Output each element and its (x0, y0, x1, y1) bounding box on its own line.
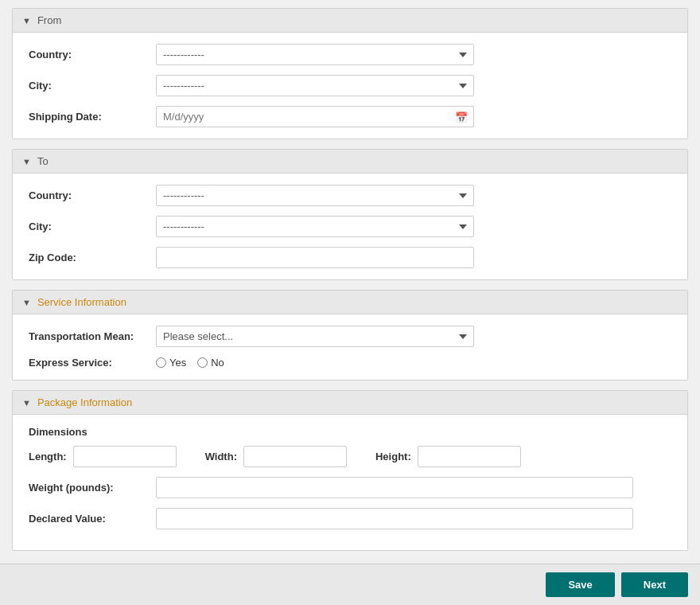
to-city-control: ------------ (156, 216, 474, 237)
service-chevron-icon: ▼ (22, 298, 31, 307)
transport-row: Transportation Mean: Please select... (29, 326, 671, 347)
from-shipping-date-label: Shipping Date: (29, 111, 156, 123)
from-chevron-icon: ▼ (22, 16, 31, 25)
package-section-title: Package Information (37, 396, 132, 408)
from-section-body: Country: ------------ City: ------------… (13, 33, 687, 139)
height-label: Height: (375, 451, 411, 463)
express-no-label: No (211, 357, 224, 369)
express-label: Express Service: (29, 357, 156, 369)
weight-input[interactable] (156, 477, 633, 498)
package-chevron-icon: ▼ (22, 398, 31, 408)
to-city-select[interactable]: ------------ (156, 216, 474, 237)
to-section-body: Country: ------------ City: ------------… (13, 174, 687, 279)
transport-control: Please select... (156, 326, 474, 347)
service-section-header[interactable]: ▼ Service Information (13, 291, 687, 314)
to-section-header[interactable]: ▼ To (13, 150, 687, 174)
package-section: ▼ Package Information Dimensions Length:… (12, 390, 688, 551)
to-zip-label: Zip Code: (29, 252, 156, 263)
service-section: ▼ Service Information Transportation Mea… (12, 290, 688, 381)
service-section-body: Transportation Mean: Please select... Ex… (13, 314, 687, 380)
from-city-select[interactable]: ------------ (156, 75, 474, 96)
to-zip-row: Zip Code: (29, 247, 671, 268)
express-yes-label: Yes (169, 357, 186, 369)
service-section-title: Service Information (37, 296, 126, 308)
from-country-label: Country: (29, 49, 156, 60)
height-input[interactable] (418, 446, 521, 467)
weight-label: Weight (pounds): (29, 482, 156, 494)
to-country-control: ------------ (156, 185, 474, 206)
next-button[interactable]: Next (621, 572, 688, 597)
from-shipping-date-wrapper: 📅 (156, 106, 474, 127)
express-no-item[interactable]: No (197, 357, 224, 369)
from-shipping-date-row: Shipping Date: 📅 (29, 106, 671, 127)
from-city-control: ------------ (156, 75, 474, 96)
from-city-row: City: ------------ (29, 75, 671, 96)
declared-value-row: Declared Value: (29, 508, 671, 529)
length-input[interactable] (73, 446, 177, 467)
transport-label: Transportation Mean: (29, 330, 156, 342)
width-label: Width: (205, 451, 237, 463)
declared-value-label: Declared Value: (29, 513, 156, 525)
express-no-radio[interactable] (197, 357, 208, 368)
to-zip-input[interactable] (156, 247, 474, 268)
express-yes-item[interactable]: Yes (156, 357, 186, 369)
express-row: Express Service: Yes No (29, 357, 671, 369)
save-button[interactable]: Save (546, 572, 614, 597)
from-country-row: Country: ------------ (29, 44, 671, 65)
to-chevron-icon: ▼ (22, 157, 31, 166)
to-country-row: Country: ------------ (29, 185, 671, 206)
to-country-label: Country: (29, 189, 156, 201)
express-radio-group: Yes No (156, 357, 224, 369)
from-section: ▼ From Country: ------------ City: -----… (12, 8, 688, 139)
from-country-select[interactable]: ------------ (156, 44, 474, 65)
from-section-title: From (37, 14, 61, 26)
to-country-select[interactable]: ------------ (156, 185, 474, 206)
length-label: Length: (29, 451, 67, 463)
to-city-row: City: ------------ (29, 216, 671, 237)
express-yes-radio[interactable] (156, 357, 166, 368)
from-country-control: ------------ (156, 44, 474, 65)
footer: Save Next (0, 564, 700, 605)
transport-select[interactable]: Please select... (156, 326, 474, 347)
from-city-label: City: (29, 80, 156, 92)
package-section-body: Dimensions Length: Width: Height: Weight… (13, 415, 687, 550)
width-input[interactable] (243, 446, 347, 467)
from-section-header[interactable]: ▼ From (13, 9, 687, 33)
dimensions-label: Dimensions (29, 426, 671, 438)
package-section-header[interactable]: ▼ Package Information (13, 391, 687, 415)
to-city-label: City: (29, 221, 156, 232)
to-section-title: To (37, 155, 49, 167)
dimensions-inputs-row: Length: Width: Height: (29, 446, 671, 467)
to-section: ▼ To Country: ------------ City: -------… (12, 149, 688, 280)
from-shipping-date-input[interactable] (156, 106, 474, 127)
weight-row: Weight (pounds): (29, 477, 671, 498)
declared-value-input[interactable] (156, 508, 633, 529)
